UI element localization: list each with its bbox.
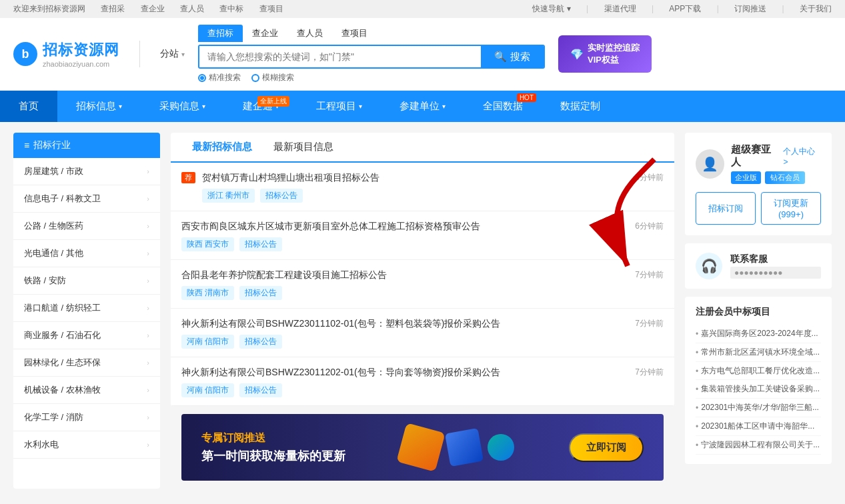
news-content: 贺村镇万青山村坞狸山塘出租项目招标公告 浙江 衢州市 招标公告 (202, 171, 664, 203)
sidebar-item-huaxue[interactable]: 化学工学 / 消防 › (13, 404, 160, 431)
winning-item: • 202301船体工区申请中海韶华... (696, 417, 821, 436)
tab-zhaobiao[interactable]: 最新招标信息 (181, 133, 263, 163)
news-location-tag[interactable]: 陕西 渭南市 (181, 286, 234, 300)
sidebar-item-label: 铁路 / 安防 (24, 275, 66, 287)
topbar-link-chazhongbiao[interactable]: 查中标 (219, 4, 243, 13)
winning-item: • 集装箱管接头加工关键设备采购... (696, 380, 821, 399)
winning-link[interactable]: 常州市新北区孟河镇水环境全域... (701, 347, 820, 358)
winning-item: • 202301中海英华/才华/韶华三船... (696, 399, 821, 417)
search-area: 查招标 查企业 查人员 查项目 🔍 搜索 精准搜索 模糊搜索 (198, 25, 545, 83)
sidebar-item-tielu[interactable]: 铁路 / 安防 › (13, 267, 160, 295)
radio-precise-label: 精准搜索 (209, 72, 241, 83)
topbar-link-charenyuan[interactable]: 查人员 (180, 4, 204, 13)
search-tab-xiangmu[interactable]: 查项目 (332, 25, 377, 42)
sidebar-item-label: 水利水电 (24, 439, 59, 451)
news-item: 神火新利达有限公司BSHWZ23011202-01(包号：导向套等物资)报价采购… (171, 357, 674, 406)
nav-item-shuju[interactable]: 数据定制 (542, 91, 619, 122)
topbar-link-channel[interactable]: 渠道代理 (604, 4, 636, 13)
news-meta: 河南 信阳市 招标公告 (181, 383, 664, 397)
news-type-tag[interactable]: 招标公告 (239, 383, 282, 397)
sidebar-item-shangye[interactable]: 商业服务 / 石油石化 › (13, 322, 160, 349)
badge-diamond: 钻石会员 (765, 171, 805, 184)
update-subscribe-btn[interactable]: 订阅更新 (999+) (761, 192, 821, 225)
news-location-tag[interactable]: 河南 信阳市 (181, 383, 234, 397)
nav-badge-new: 全新上线 (257, 96, 289, 107)
radio-fuzzy[interactable]: 模糊搜索 (251, 72, 294, 83)
sidebar-item-xinxi[interactable]: 信息电子 / 科教文卫 › (13, 185, 160, 213)
banner-decoration (401, 427, 514, 467)
vip-button[interactable]: 💎 实时监控追踪 VIP权益 (558, 35, 652, 73)
nav-item-caigou[interactable]: 采购信息 ▾ (141, 91, 224, 122)
topbar-link-subscribe[interactable]: 订阅推送 (734, 4, 766, 13)
news-meta: 陕西 西安市 招标公告 (181, 237, 664, 251)
topbar-link-navigation[interactable]: 快速导航 ▾ (532, 4, 570, 13)
winning-link[interactable]: 宁波隆园园林工程有限公司关于... (701, 439, 820, 451)
logo-icon: b (13, 42, 37, 66)
search-tab-zhaobiao[interactable]: 查招标 (198, 25, 243, 42)
news-time: 7分钟前 (635, 269, 664, 281)
topbar-link-about[interactable]: 关于我们 (800, 4, 832, 13)
topbar-link-chazhacao[interactable]: 查招采 (101, 4, 125, 13)
sidebar-item-gonglu[interactable]: 公路 / 生物医药 › (13, 213, 160, 240)
radio-precise[interactable]: 精准搜索 (198, 72, 241, 83)
top-bar: 欢迎来到招标资源网 查招采 查企业 查人员 查中标 查项目 快速导航 ▾ | 渠… (0, 0, 845, 18)
sidebar-item-jixie[interactable]: 机械设备 / 农林渔牧 › (13, 377, 160, 404)
bullet-icon: • (696, 385, 698, 394)
news-type-tag[interactable]: 招标公告 (239, 286, 282, 300)
winning-link[interactable]: 202301船体工区申请中海韶华... (701, 421, 814, 432)
news-title[interactable]: 神火新利达有限公司BSHWZ23011102-01(包号：塑料包装袋等)报价采购… (181, 317, 664, 331)
nav-item-home[interactable]: 首页 (0, 91, 57, 122)
vip-label-line1: 实时监控追踪 (588, 42, 640, 54)
branch-selector[interactable]: 分站 ▾ (160, 48, 185, 60)
user-profile-link[interactable]: 个人中心 > (783, 146, 821, 167)
news-location-tag[interactable]: 河南 信阳市 (181, 335, 234, 349)
news-title[interactable]: 合阳县老年养护院配套工程建设项目施工招标公告 (181, 268, 664, 282)
sidebar-item-shuili[interactable]: 水利水电 › (13, 431, 160, 459)
news-title[interactable]: 贺村镇万青山村坞狸山塘出租项目招标公告 (202, 171, 664, 185)
news-type-tag[interactable]: 招标公告 (239, 237, 282, 251)
news-location-tag[interactable]: 陕西 西安市 (181, 237, 234, 251)
news-location-tag[interactable]: 浙江 衢州市 (202, 189, 255, 203)
news-content: 合阳县老年养护院配套工程建设项目施工招标公告 陕西 渭南市 招标公告 (181, 268, 664, 300)
search-icon: 🔍 (494, 51, 507, 63)
news-type-tag[interactable]: 招标公告 (260, 189, 303, 203)
sidebar-item-yuanlin[interactable]: 园林绿化 / 生态环保 › (13, 349, 160, 377)
search-box: 🔍 搜索 (198, 45, 545, 69)
tab-xiangmu[interactable]: 最新项目信息 (263, 133, 344, 161)
logo-divider (139, 41, 140, 67)
sidebar-item-gangkou[interactable]: 港口航道 / 纺织轻工 › (13, 295, 160, 322)
winning-link[interactable]: 嘉兴国际商务区2023-2024年度... (701, 328, 818, 339)
search-input[interactable] (199, 46, 481, 67)
sidebar-item-guangdian[interactable]: 光电通信 / 其他 › (13, 240, 160, 267)
nav-item-gongcheng[interactable]: 工程项目 ▾ (297, 91, 381, 122)
nav-item-canjian[interactable]: 参建单位 ▾ (381, 91, 464, 122)
sidebar-item-fangwu[interactable]: 房屋建筑 / 市政 › (13, 158, 160, 185)
winning-link[interactable]: 202301中海英华/才华/韶华三船... (701, 402, 819, 413)
winning-link[interactable]: 东方电气总部职工餐厅优化改造... (701, 365, 820, 377)
topbar-link-chaqiye[interactable]: 查企业 (141, 4, 165, 13)
sidebar-item-label: 机械设备 / 农林渔牧 (24, 384, 101, 396)
topbar-link-app[interactable]: APP下载 (669, 4, 701, 13)
news-type-tag[interactable]: 招标公告 (239, 335, 282, 349)
news-content: 西安市阎良区城东片区城市更新项目室外总体工程施工招标资格预审公告 陕西 西安市 … (181, 219, 664, 251)
news-item: 荐 贺村镇万青山村坞狸山塘出租项目招标公告 浙江 衢州市 招标公告 5分钟前 (171, 163, 674, 211)
search-tab-qiye[interactable]: 查企业 (243, 25, 287, 42)
nav-item-jiantong[interactable]: 建企通 ▾ 全新上线 (224, 91, 297, 122)
top-bar-right: 快速导航 ▾ | 渠道代理 | APP下载 | 订阅推送 | 关于我们 (519, 3, 832, 15)
news-title[interactable]: 神火新利达有限公司BSHWZ23011202-01(包号：导向套等物资)报价采购… (181, 365, 664, 379)
nav-item-zhaobiao[interactable]: 招标信息 ▾ (57, 91, 141, 122)
search-tab-renyuan[interactable]: 查人员 (287, 25, 332, 42)
sidebar-item-label: 园林绿化 / 生态环保 (24, 357, 101, 369)
search-button[interactable]: 🔍 搜索 (481, 46, 544, 67)
nav-arrow-icon5: ▾ (442, 103, 446, 110)
search-btn-label: 搜索 (510, 51, 530, 63)
subscribe-btn[interactable]: 招标订阅 (696, 192, 756, 225)
bullet-icon: • (696, 367, 698, 376)
news-title[interactable]: 西安市阎良区城东片区城市更新项目室外总体工程施工招标资格预审公告 (181, 219, 664, 233)
chevron-right-icon: › (147, 195, 149, 203)
winning-link[interactable]: 集装箱管接头加工关键设备采购... (701, 383, 820, 395)
nav-item-quanguo[interactable]: 全国数据 HOT (464, 91, 542, 122)
topbar-link-chaxiangmu[interactable]: 查项目 (259, 4, 283, 13)
logo-text: 招标资源网 zhaobiaoziyuan.com (43, 40, 119, 68)
subscribe-now-button[interactable]: 立即订阅 (569, 433, 644, 462)
